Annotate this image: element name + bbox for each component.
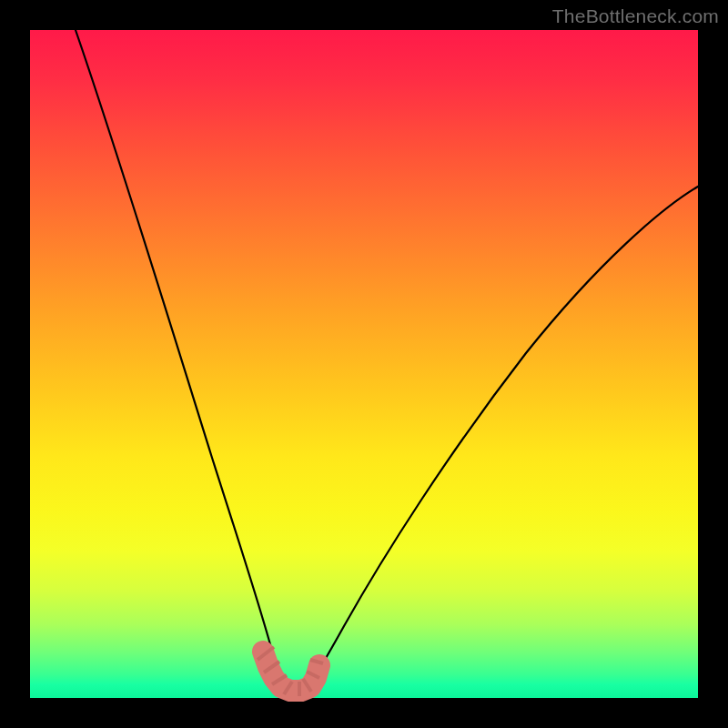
chart-overlay: [30, 30, 698, 698]
chart-frame: TheBottleneck.com: [0, 0, 728, 728]
watermark-label: TheBottleneck.com: [552, 5, 719, 27]
curve-right-branch: [303, 187, 698, 695]
curve-left-branch: [76, 30, 286, 695]
